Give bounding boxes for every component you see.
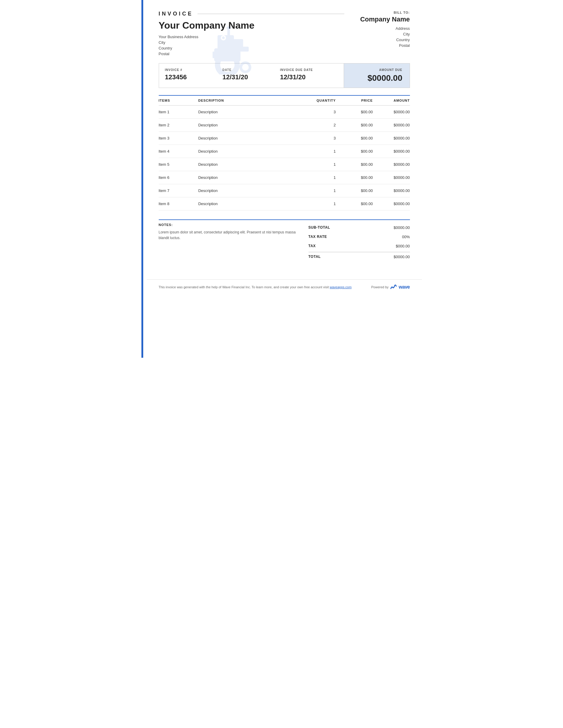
total-label: TOTAL	[309, 255, 321, 259]
footer-section: NOTES: Lorem ipsum dolor sit amet, conse…	[159, 219, 410, 261]
item-qty-cell: 1	[310, 171, 336, 184]
item-qty-cell: 1	[310, 158, 336, 171]
col-header-price: PRICE	[336, 95, 373, 106]
item-amount-cell: $0000.00	[373, 184, 410, 197]
item-name-cell: Item 8	[159, 197, 198, 210]
tax-label: TAX	[309, 244, 316, 248]
item-price-cell: $00.00	[336, 184, 373, 197]
item-amount-cell: $0000.00	[373, 119, 410, 132]
due-date-value: 12/31/20	[280, 73, 338, 81]
table-row: Item 1 Description 3 $00.00 $0000.00	[159, 106, 410, 119]
due-date-label: INVOICE DUE DATE	[280, 68, 338, 72]
item-desc-cell: Description	[198, 119, 309, 132]
bill-address1: Address	[344, 26, 410, 31]
invoice-title-line	[197, 14, 344, 14]
invoice-num-label: INVOICE #	[165, 68, 222, 72]
table-row: Item 5 Description 1 $00.00 $0000.00	[159, 158, 410, 171]
item-name-cell: Item 2	[159, 119, 198, 132]
item-desc-cell: Description	[198, 145, 309, 158]
item-qty-cell: 3	[310, 132, 336, 145]
footer-text: This invoice was generated with the help…	[159, 285, 352, 289]
subtotal-value: $0000.00	[394, 225, 410, 230]
table-row: Item 3 Description 3 $00.00 $0000.00	[159, 132, 410, 145]
date-cell: DATE 12/31/20	[222, 68, 280, 83]
col-header-quantity: QUANTITY	[310, 95, 336, 106]
totals-column: SUB-TOTAL $0000.00 TAX RATE 00% TAX $000…	[309, 223, 410, 261]
item-desc-cell: Description	[198, 158, 309, 171]
date-value: 12/31/20	[222, 73, 280, 81]
item-qty-cell: 1	[310, 145, 336, 158]
meta-left: INVOICE # 123456 DATE 12/31/20 INVOICE D…	[159, 63, 344, 88]
invoice-num-cell: INVOICE # 123456	[165, 68, 222, 83]
notes-label: NOTES:	[159, 223, 303, 227]
item-qty-cell: 2	[310, 119, 336, 132]
company-address1: Your Business Address	[159, 35, 344, 39]
item-name-cell: Item 7	[159, 184, 198, 197]
tax-row: TAX $000.00	[309, 241, 410, 251]
table-row: Item 6 Description 1 $00.00 $0000.00	[159, 171, 410, 184]
item-price-cell: $00.00	[336, 197, 373, 210]
wave-brand-text: wave	[399, 284, 410, 290]
item-desc-cell: Description	[198, 106, 309, 119]
item-price-cell: $00.00	[336, 132, 373, 145]
header-section: INVOICE Your Company Name Your Business …	[147, 0, 422, 63]
page-wrapper: INVOICE Your Company Name Your Business …	[141, 0, 422, 358]
wave-icon	[390, 284, 397, 290]
header-left: INVOICE Your Company Name Your Business …	[159, 11, 344, 57]
item-name-cell: Item 1	[159, 106, 198, 119]
due-date-cell: INVOICE DUE DATE 12/31/20	[280, 68, 338, 83]
item-desc-cell: Description	[198, 171, 309, 184]
item-desc-cell: Description	[198, 197, 309, 210]
item-price-cell: $00.00	[336, 106, 373, 119]
item-amount-cell: $0000.00	[373, 171, 410, 184]
item-qty-cell: 3	[310, 106, 336, 119]
total-row: TOTAL $0000.00	[309, 252, 410, 261]
item-amount-cell: $0000.00	[373, 106, 410, 119]
company-name: Your Company Name	[159, 20, 344, 31]
subtotal-label: SUB-TOTAL	[309, 225, 330, 230]
table-row: Item 7 Description 1 $00.00 $0000.00	[159, 184, 410, 197]
item-amount-cell: $0000.00	[373, 158, 410, 171]
col-header-amount: AMOUNT	[373, 95, 410, 106]
bill-company-name: Company Name	[344, 16, 410, 23]
item-amount-cell: $0000.00	[373, 132, 410, 145]
footer-link[interactable]: waveapps.com	[330, 285, 352, 289]
invoice-title-row: INVOICE	[159, 11, 344, 17]
notes-text: Lorem ipsum dolor sit amet, consectetur …	[159, 230, 303, 241]
left-accent-bar	[141, 0, 143, 358]
item-amount-cell: $0000.00	[373, 145, 410, 158]
item-price-cell: $00.00	[336, 171, 373, 184]
amount-due-label: AMOUNT DUE	[351, 68, 403, 72]
item-name-cell: Item 5	[159, 158, 198, 171]
table-header-row: ITEMS DESCRIPTION QUANTITY PRICE AMOUNT	[159, 95, 410, 106]
item-price-cell: $00.00	[336, 119, 373, 132]
amount-due-value: $0000.00	[351, 73, 403, 83]
item-qty-cell: 1	[310, 184, 336, 197]
tax-rate-label: TAX RATE	[309, 235, 327, 239]
item-amount-cell: $0000.00	[373, 197, 410, 210]
invoice-num-value: 123456	[165, 73, 222, 81]
col-header-description: DESCRIPTION	[198, 95, 309, 106]
item-name-cell: Item 4	[159, 145, 198, 158]
bill-address3: Country	[344, 38, 410, 42]
items-table: ITEMS DESCRIPTION QUANTITY PRICE AMOUNT …	[159, 95, 410, 210]
company-address4: Postal	[159, 52, 344, 56]
header-right: BILL TO: Company Name Address City Count…	[344, 11, 410, 49]
company-address3: Country	[159, 46, 344, 50]
item-price-cell: $00.00	[336, 158, 373, 171]
bill-address4: Postal	[344, 43, 410, 48]
meta-right-amount: AMOUNT DUE $0000.00	[344, 63, 410, 88]
date-label: DATE	[222, 68, 280, 72]
items-section: ITEMS DESCRIPTION QUANTITY PRICE AMOUNT …	[159, 95, 410, 210]
item-name-cell: Item 6	[159, 171, 198, 184]
company-address2: City	[159, 40, 344, 45]
tax-rate-row: TAX RATE 00%	[309, 232, 410, 241]
col-header-items: ITEMS	[159, 95, 198, 106]
item-name-cell: Item 3	[159, 132, 198, 145]
powered-by-text: Powered by	[371, 285, 389, 289]
bill-address2: City	[344, 32, 410, 36]
tax-rate-value: 00%	[402, 235, 410, 239]
table-row: Item 2 Description 2 $00.00 $0000.00	[159, 119, 410, 132]
meta-section: INVOICE # 123456 DATE 12/31/20 INVOICE D…	[159, 63, 410, 88]
item-desc-cell: Description	[198, 184, 309, 197]
